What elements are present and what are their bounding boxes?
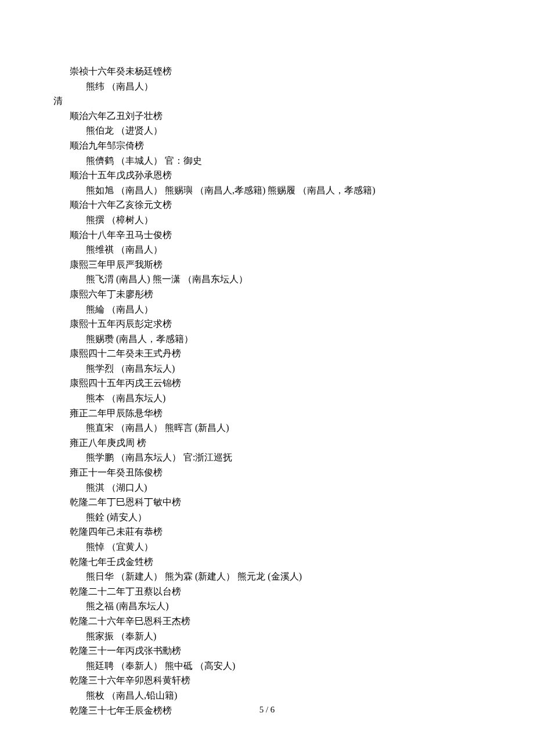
text-line: 康熙三年甲辰严我斯榜 — [70, 257, 481, 272]
text-line: 熊学烈 （南昌东坛人) — [86, 361, 481, 376]
text-line: 熊伯龙 （进贤人） — [86, 123, 481, 138]
text-line: 乾隆三十一年丙戌张书勳榜 — [70, 643, 481, 658]
text-line: 顺治十六年乙亥徐元文榜 — [70, 197, 481, 213]
text-line: 熊直宋 （南昌人） 熊晖言 (新昌人) — [86, 420, 481, 435]
text-line: 熊枚 （南昌人,铅山籍) — [86, 688, 481, 703]
text-line: 熊廷聘 （奉新人） 熊中砥 （高安人) — [86, 658, 481, 674]
text-line: 熊维祺 （南昌人） — [86, 242, 481, 257]
text-line: 乾隆二十六年辛巳恩科王杰榜 — [70, 614, 481, 629]
text-line: 乾隆七年壬戌金甡榜 — [70, 555, 481, 570]
text-line: 熊撰 （樟树人） — [86, 213, 481, 228]
text-line: 熊纬 （南昌人） — [86, 79, 481, 94]
text-line: 康熙四十五年丙戌王云锦榜 — [70, 376, 481, 391]
text-line: 崇祯十六年癸未杨廷铿榜 — [70, 64, 481, 79]
text-line: 熊本 （南昌东坛人) — [86, 391, 481, 406]
text-line: 乾隆三十六年辛卯恩科黄轩榜 — [70, 673, 481, 688]
text-line: 熊悼 （宜黄人） — [86, 539, 481, 555]
text-line: 熊学鹏 （南昌东坛人） 官:浙江巡抚 — [86, 450, 481, 465]
text-line: 顺治十八年辛丑马士俊榜 — [70, 228, 481, 243]
text-line: 熊赐瓒 (南昌人，孝感籍） — [86, 332, 481, 347]
text-line: 熊家振 （奉新人) — [86, 629, 481, 644]
text-line: 顺治十五年戊戌孙承恩榜 — [70, 168, 481, 183]
text-line: 乾隆二十二年丁丑蔡以台榜 — [70, 584, 481, 599]
text-line: 雍正二年甲辰陈悬华榜 — [70, 406, 481, 421]
text-line: 顺治九年邹宗倚榜 — [70, 138, 481, 153]
text-line: 熊之福 (南昌东坛人) — [86, 599, 481, 614]
text-line: 康熙六年丁未廖彤榜 — [70, 287, 481, 302]
document-body: 崇祯十六年癸未杨廷铿榜熊纬 （南昌人）清顺治六年乙丑刘子壮榜熊伯龙 （进贤人）顺… — [0, 0, 534, 718]
text-line: 清 — [53, 93, 481, 109]
text-line: 熊日华 （新建人） 熊为霖 (新建人） 熊元龙 (金溪人) — [86, 569, 481, 584]
text-line: 乾隆四年己未莊有恭榜 — [70, 524, 481, 539]
text-line: 熊淇 （湖口人) — [86, 480, 481, 495]
page-footer: 5 / 6 — [0, 703, 534, 717]
text-line: 熊綸 （南昌人） — [86, 302, 481, 317]
text-line: 顺治六年乙丑刘子壮榜 — [70, 109, 481, 124]
text-line: 雍正十一年癸丑陈俊榜 — [70, 465, 481, 480]
text-line: 康熙十五年丙辰彭定求榜 — [70, 316, 481, 332]
text-line: 乾隆二年丁巳恩科丁敏中榜 — [70, 495, 481, 510]
text-line: 熊銓 (靖安人） — [86, 510, 481, 525]
text-line: 熊儕鹤 （丰城人） 官：御史 — [86, 153, 481, 168]
text-line: 康熙四十二年癸未王式丹榜 — [70, 346, 481, 361]
text-line: 雍正八年庚戌周 榜 — [70, 435, 481, 451]
text-line: 熊飞渭 (南昌人) 熊一潇 （南昌东坛人） — [86, 272, 481, 287]
text-line: 熊如旭 （南昌人） 熊赐璵 （南昌人,孝感籍) 熊赐履 （南昌人，孝感籍) — [86, 183, 481, 198]
